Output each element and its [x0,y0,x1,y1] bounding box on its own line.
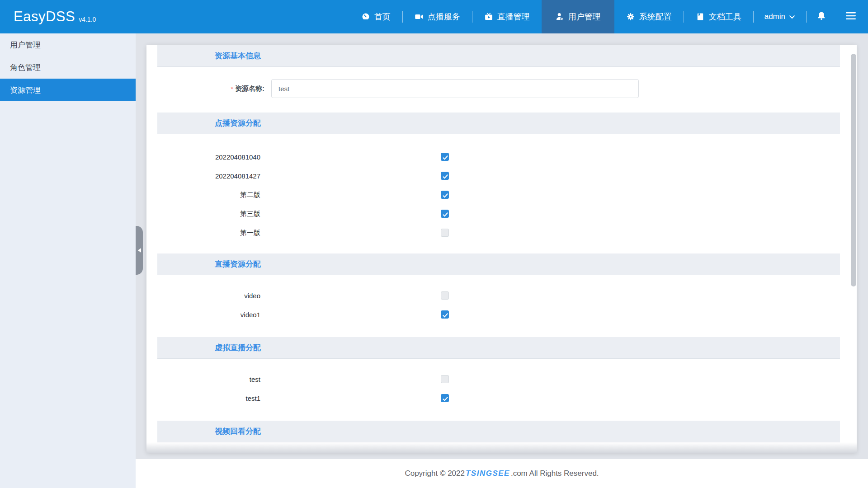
checkbox-row: 第三版 [146,204,857,223]
resource-label: video1 [146,305,260,324]
section-title: 直播资源分配 [215,259,261,269]
nav-item-label: 直播管理 [497,11,530,22]
resource-name-row: * 资源名称: [146,79,857,98]
sidebar-item-resource-management[interactable]: 资源管理 [0,79,136,101]
checkbox[interactable] [441,375,449,383]
section-header-basic-info: 资源基本信息 [157,45,840,67]
vod-camera-icon [415,12,424,21]
notifications-button[interactable] [807,0,836,33]
resource-label: 第二版 [146,185,260,204]
section-header-vod-resources: 点播资源分配 [157,113,840,134]
app-name: EasyDSS [14,9,75,25]
dashboard-icon [361,12,370,21]
section-header-video-playback: 视频回看分配 [157,421,840,442]
nav-item-docs[interactable]: 文档工具 [684,0,753,33]
nav-item-settings[interactable]: 系统配置 [614,0,684,33]
checkbox[interactable] [441,310,449,319]
resource-label: video [146,286,260,305]
hamburger-menu-icon [845,12,856,22]
section-header-live-resources: 直播资源分配 [157,253,840,275]
sidebar-item-label: 用户管理 [10,40,41,50]
resource-label: test1 [146,389,260,408]
section-header-virtual-live: 虚拟直播分配 [157,337,840,359]
nav-item-label: 系统配置 [639,11,672,22]
checkbox[interactable] [441,210,449,218]
tsingsee-logo: TSINGSEE [466,469,510,478]
chevron-down-icon [789,12,795,21]
resource-form-card: 资源基本信息 * 资源名称: 点播资源分配 202204081040 20220… [146,45,857,453]
live-tv-icon [484,12,493,21]
sidebar-item-user-management[interactable]: 用户管理 [0,33,136,56]
checkbox[interactable] [441,191,449,199]
scroll-bottom-shadow [146,442,857,453]
user-menu[interactable]: admin [754,0,806,33]
checkbox-row: test [146,370,857,389]
gear-icon [626,12,635,21]
nav-item-vod[interactable]: 点播服务 [403,0,472,33]
sidebar-item-role-management[interactable]: 角色管理 [0,56,136,79]
footer: Copyright © 2022 TSINGSEE .com All Right… [136,459,868,488]
sidebar-item-label: 资源管理 [10,85,41,95]
easydss-app: EasyDSS v4.1.0 首页 点播服务 [0,0,868,488]
nav-item-label: 首页 [374,11,391,22]
checkbox-row: 202204081427 [146,166,857,185]
checkbox[interactable] [441,229,449,237]
resource-name-input[interactable] [271,79,639,98]
resource-label: 第一版 [146,223,260,242]
user-name: admin [764,12,785,21]
section-title: 视频回看分配 [215,426,261,436]
app-logo: EasyDSS v4.1.0 [14,0,96,33]
required-mark: * [231,85,233,93]
vertical-scrollbar-thumb[interactable] [851,54,856,286]
checkbox[interactable] [441,394,449,402]
bell-icon [816,11,826,23]
user-gear-icon [555,12,564,21]
copyright-prefix: Copyright © 2022 [405,469,465,478]
checkbox[interactable] [441,172,449,180]
checkbox-row: 202204081040 [146,147,857,166]
section-title: 点播资源分配 [215,118,261,128]
content-area: 资源基本信息 * 资源名称: 点播资源分配 202204081040 20220… [136,33,868,459]
checkbox-row: video [146,286,857,305]
layout-menu-button[interactable] [836,0,868,33]
sidebar-collapse-handle[interactable] [136,226,143,275]
nav-item-label: 文档工具 [709,11,741,22]
checkbox[interactable] [441,291,449,300]
resource-label: 202204081427 [146,166,260,185]
top-navbar: EasyDSS v4.1.0 首页 点播服务 [0,0,868,33]
section-title: 资源基本信息 [215,51,261,61]
main-nav: 首页 点播服务 直播管理 用户管理 [349,0,868,33]
resource-label: 第三版 [146,204,260,223]
checkbox-row: test1 [146,389,857,408]
nav-item-label: 点播服务 [428,11,460,22]
sidebar-item-label: 角色管理 [10,62,41,73]
sidebar: 用户管理 角色管理 资源管理 [0,33,136,488]
checkbox[interactable] [441,153,449,161]
resource-label: 202204081040 [146,147,260,166]
resource-name-label: * 资源名称: [146,79,264,98]
nav-item-home[interactable]: 首页 [349,0,402,33]
checkbox-row: 第二版 [146,185,857,204]
doc-book-icon [696,12,705,21]
nav-item-users[interactable]: 用户管理 [542,0,614,33]
copyright-suffix: .com All Rights Reserved. [511,469,599,478]
app-version: v4.1.0 [79,16,96,23]
nav-item-live[interactable]: 直播管理 [472,0,542,33]
collapse-left-arrow-icon [136,248,141,253]
nav-item-label: 用户管理 [568,11,601,22]
section-title: 虚拟直播分配 [215,343,261,353]
checkbox-row: video1 [146,305,857,324]
checkbox-row: 第一版 [146,223,857,242]
resource-label: test [146,370,260,389]
